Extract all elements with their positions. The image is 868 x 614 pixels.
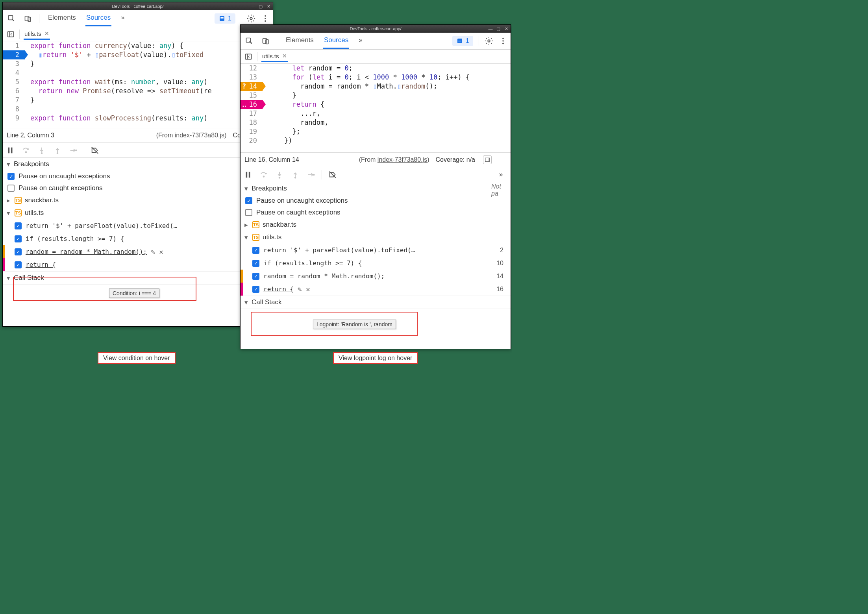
code-line[interactable]: } — [25, 96, 34, 105]
pane-header-breakpoints[interactable]: ▾ Breakpoints — [241, 182, 511, 195]
step-over-icon[interactable] — [259, 170, 269, 180]
pause-uncaught-row[interactable]: ✓ Pause on uncaught exceptions — [3, 170, 273, 182]
device-toggle-icon[interactable] — [260, 35, 271, 46]
tab-overflow-icon[interactable]: » — [120, 11, 125, 26]
delete-icon[interactable]: ✕ — [159, 248, 163, 256]
device-toggle-icon[interactable] — [22, 13, 33, 24]
gutter-line[interactable]: 1 — [3, 41, 25, 50]
breakpoint-row[interactable]: ✓random = random * Math.random();14 — [241, 270, 511, 283]
expand-sidebar-icon[interactable]: » — [499, 170, 503, 179]
breakpoint-row[interactable]: ✓return {✎✕16 — [241, 283, 511, 296]
gutter-line[interactable]: 4 — [3, 68, 25, 78]
code-line[interactable]: return { — [263, 100, 324, 109]
checkbox-icon[interactable]: ✓ — [15, 235, 22, 242]
close-window-icon[interactable]: ✕ — [266, 4, 271, 9]
settings-icon[interactable] — [485, 37, 493, 45]
pause-caught-row[interactable]: Pause on caught exceptions — [241, 207, 511, 218]
step-into-icon[interactable] — [37, 145, 47, 155]
breakpoint-row[interactable]: ✓return '$' + parseFloat(value).toFixed(… — [3, 219, 273, 232]
code-line[interactable]: export function wait(ms: number, value: … — [25, 78, 208, 87]
maximize-icon[interactable]: ▢ — [258, 4, 263, 9]
gutter-line[interactable]: 8 — [3, 105, 25, 114]
inspect-icon[interactable] — [6, 13, 17, 24]
code-line[interactable]: ▮return '$' + ▯parseFloat(value).▯toFixe… — [25, 50, 204, 59]
step-icon[interactable] — [306, 170, 316, 180]
code-line[interactable]: for (let i = 0; i < 1000 * 1000 * 10; i+… — [263, 73, 470, 82]
gutter-line[interactable]: 14? — [241, 82, 263, 91]
gutter-line[interactable]: 3 — [3, 59, 25, 68]
gutter-line[interactable]: 2 — [3, 50, 25, 59]
pause-icon[interactable] — [5, 145, 15, 155]
code-line[interactable]: return new Promise(resolve => setTimeout… — [25, 87, 212, 96]
breakpoint-row[interactable]: ✓if (results.length >= 7) {10 — [3, 232, 273, 245]
deactivate-breakpoints-icon[interactable] — [90, 145, 100, 155]
close-tab-icon[interactable]: ✕ — [44, 30, 49, 37]
code-line[interactable]: export function slowProcessing(results: … — [25, 114, 207, 123]
show-navigator-icon[interactable] — [6, 30, 15, 39]
settings-icon[interactable] — [247, 14, 255, 23]
pane-header-callstack[interactable]: ▾ Call Stack — [241, 296, 511, 309]
file-tab-utils[interactable]: utils.ts ✕ — [261, 51, 288, 62]
file-group-utils[interactable]: ▾ TS utils.ts — [241, 231, 511, 244]
checkbox-icon[interactable]: ✓ — [252, 273, 259, 280]
titlebar[interactable]: DevTools - coffee-cart.app/ — ▢ ✕ — [3, 2, 273, 10]
pause-caught-row[interactable]: Pause on caught exceptions — [3, 182, 273, 194]
breakpoint-row[interactable]: ✓return {16 — [3, 258, 273, 271]
code-line[interactable]: random = random * ▯Math.▯random(); — [263, 82, 437, 91]
maximize-icon[interactable]: ▢ — [496, 26, 501, 31]
checkbox-icon[interactable]: ✓ — [15, 222, 22, 229]
tab-elements[interactable]: Elements — [47, 11, 77, 26]
gutter-line[interactable]: 7 — [3, 96, 25, 105]
checkbox-icon[interactable] — [245, 209, 252, 216]
kebab-icon[interactable] — [499, 37, 507, 45]
pane-header-callstack[interactable]: ▾ Call Stack — [3, 272, 273, 284]
gutter-line[interactable]: 18 — [241, 118, 263, 127]
edit-icon[interactable]: ✎ — [151, 248, 155, 256]
step-out-icon[interactable] — [290, 170, 300, 180]
code-line[interactable]: }) — [263, 136, 292, 145]
issues-chip[interactable]: 1 — [215, 13, 235, 24]
checkbox-icon[interactable]: ✓ — [252, 247, 259, 254]
step-icon[interactable] — [68, 145, 78, 155]
toggle-sidebar-icon[interactable] — [483, 155, 492, 164]
pause-icon[interactable] — [243, 170, 253, 180]
code-line[interactable]: } — [263, 91, 296, 100]
minimize-icon[interactable]: — — [488, 26, 493, 31]
code-line[interactable]: ...r, — [263, 109, 320, 118]
tab-overflow-icon[interactable]: » — [358, 33, 363, 49]
deactivate-breakpoints-icon[interactable] — [328, 170, 338, 180]
close-window-icon[interactable]: ✕ — [503, 26, 509, 31]
gutter-line[interactable]: 17 — [241, 109, 263, 118]
code-line[interactable]: let random = 0; — [263, 64, 353, 73]
breakpoint-row[interactable]: ✓return '$' + parseFloat(value).toFixed(… — [241, 244, 511, 257]
code-editor[interactable]: 1export function currency(value: any) {2… — [3, 41, 273, 128]
tab-sources[interactable]: Sources — [85, 11, 111, 26]
code-line[interactable]: }; — [263, 127, 300, 136]
kebab-icon[interactable] — [261, 14, 270, 23]
tab-sources[interactable]: Sources — [323, 33, 349, 49]
breakpoint-row[interactable]: ✓if (results.length >= 7) {10 — [241, 257, 511, 270]
gutter-line[interactable]: 13 — [241, 73, 263, 82]
checkbox-icon[interactable]: ✓ — [15, 261, 22, 268]
checkbox-icon[interactable] — [7, 185, 15, 192]
checkbox-icon[interactable]: ✓ — [15, 248, 22, 255]
file-tab-utils[interactable]: utils.ts ✕ — [24, 29, 50, 40]
breakpoint-row[interactable]: ✓random = random * Math.random();✎✕14 — [3, 245, 273, 258]
source-map-from[interactable]: (From index-73f73a80.js) — [359, 156, 429, 163]
code-editor[interactable]: 12 let random = 0;13 for (let i = 0; i <… — [241, 64, 511, 152]
gutter-line[interactable]: 9 — [3, 114, 25, 123]
checkbox-icon[interactable]: ✓ — [245, 197, 252, 204]
file-group-snackbar[interactable]: ▸ TS snackbar.ts — [3, 194, 273, 207]
file-group-utils[interactable]: ▾ TS utils.ts — [3, 207, 273, 219]
inspect-icon[interactable] — [244, 35, 255, 46]
source-map-from[interactable]: (From index-73f73a80.js) — [156, 132, 227, 139]
titlebar[interactable]: DevTools - coffee-cart.app/ — ▢ ✕ — [241, 25, 511, 33]
step-over-icon[interactable] — [21, 145, 31, 155]
close-tab-icon[interactable]: ✕ — [282, 53, 287, 59]
checkbox-icon[interactable]: ✓ — [252, 286, 259, 293]
checkbox-icon[interactable]: ✓ — [252, 260, 259, 267]
edit-icon[interactable]: ✎ — [298, 285, 302, 293]
pause-uncaught-row[interactable]: ✓ Pause on uncaught exceptions — [241, 195, 511, 207]
step-out-icon[interactable] — [52, 145, 63, 155]
code-line[interactable]: export function currency(value: any) { — [25, 41, 183, 50]
